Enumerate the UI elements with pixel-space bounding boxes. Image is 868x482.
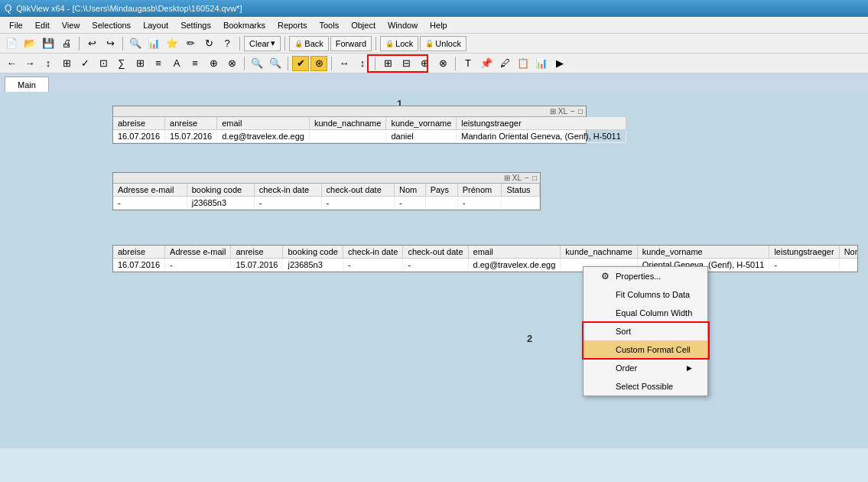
tb2-22[interactable]: ⊕ bbox=[416, 56, 433, 71]
tb2-18[interactable]: ↔ bbox=[336, 56, 353, 71]
clear-button[interactable]: Clear ▾ bbox=[244, 36, 281, 51]
tb-edit[interactable]: ✏ bbox=[182, 36, 199, 51]
menu-selections[interactable]: Selections bbox=[86, 19, 137, 31]
col-pays[interactable]: Pays bbox=[425, 184, 457, 197]
tb2-24[interactable]: T bbox=[460, 56, 476, 71]
tb2-23[interactable]: ⊗ bbox=[434, 56, 451, 71]
tb2-9[interactable]: ≡ bbox=[150, 56, 167, 71]
col3-leistung[interactable]: leistungstraeger bbox=[769, 246, 839, 259]
col3-adresse[interactable]: Adresse e-mail bbox=[165, 246, 231, 259]
unlock-button[interactable]: 🔓 Unlock bbox=[420, 36, 467, 51]
tb2-29[interactable]: ▶ bbox=[551, 56, 568, 71]
tb-find[interactable]: 🔍 bbox=[127, 36, 144, 51]
col3-email[interactable]: email bbox=[468, 246, 561, 259]
menu-layout[interactable]: Layout bbox=[137, 19, 174, 31]
lock-button[interactable]: 🔒 Lock bbox=[380, 36, 418, 51]
tb2-10[interactable]: A bbox=[168, 56, 185, 71]
back-button[interactable]: 🔒 Back bbox=[289, 36, 328, 51]
col-anreise[interactable]: anreise bbox=[165, 117, 217, 130]
col-prenom[interactable]: Prénom bbox=[457, 184, 502, 197]
tb2-28[interactable]: 📊 bbox=[533, 56, 550, 71]
tb-undo[interactable]: ↩ bbox=[83, 36, 100, 51]
col3-anreise[interactable]: anreise bbox=[231, 246, 283, 259]
menu-edit[interactable]: Edit bbox=[29, 19, 56, 31]
tb-star[interactable]: ⭐ bbox=[164, 36, 180, 51]
tb2-5[interactable]: ✓ bbox=[76, 56, 93, 71]
menu-bookmarks[interactable]: Bookmarks bbox=[217, 19, 271, 31]
col-status[interactable]: Status bbox=[502, 184, 540, 197]
tb2-13[interactable]: ⊗ bbox=[223, 56, 240, 71]
tb2-27[interactable]: 📋 bbox=[515, 56, 532, 71]
col3-checkin[interactable]: check-in date bbox=[343, 246, 402, 259]
tb2-19[interactable]: ↕ bbox=[354, 56, 371, 71]
col3-checkout[interactable]: check-out date bbox=[403, 246, 468, 259]
col-booking[interactable]: booking code bbox=[187, 184, 254, 197]
tb2-12[interactable]: ⊕ bbox=[205, 56, 222, 71]
tb-refresh[interactable]: ↻ bbox=[200, 36, 217, 51]
tb2-11[interactable]: ≡ bbox=[187, 56, 203, 71]
col3-booking[interactable]: booking code bbox=[283, 246, 343, 259]
menu-help[interactable]: Help bbox=[424, 19, 454, 31]
tb2-14[interactable]: 🔍 bbox=[249, 56, 265, 71]
col3-vorname[interactable]: kunde_vorname bbox=[637, 246, 769, 259]
menu-reports[interactable]: Reports bbox=[271, 19, 314, 31]
tb2-3[interactable]: ↕ bbox=[40, 56, 57, 71]
col-checkout[interactable]: check-out date bbox=[321, 184, 394, 197]
tab-main[interactable]: Main bbox=[5, 77, 49, 92]
tb2-17[interactable]: ⊛ bbox=[310, 56, 327, 71]
tb-redo[interactable]: ↪ bbox=[102, 36, 119, 51]
menu-file[interactable]: File bbox=[3, 19, 29, 31]
context-menu-custom-format[interactable]: Custom Format Cell bbox=[584, 340, 707, 359]
table-2-xl[interactable]: ⊞ XL bbox=[504, 174, 522, 182]
tb2-7[interactable]: ∑ bbox=[113, 56, 130, 71]
tb2-1[interactable]: ← bbox=[3, 56, 20, 71]
menu-settings[interactable]: Settings bbox=[174, 19, 217, 31]
col-adresse[interactable]: Adresse e-mail bbox=[113, 184, 187, 197]
tb2-2[interactable]: → bbox=[21, 56, 38, 71]
tb2-8[interactable]: ⊞ bbox=[132, 56, 148, 71]
tb-open[interactable]: 📂 bbox=[21, 36, 38, 51]
col3-nachname[interactable]: kunde_nachname bbox=[561, 246, 637, 259]
table-2-maximize[interactable]: □ bbox=[532, 174, 537, 182]
context-menu-sort[interactable]: Sort bbox=[584, 322, 707, 340]
col-email[interactable]: email bbox=[217, 117, 310, 130]
col-kunde-nachname[interactable]: kunde_nachname bbox=[309, 117, 385, 130]
context-menu: ⚙ Properties... Fit Columns to Data Equa… bbox=[583, 266, 708, 396]
tb-chart[interactable]: 📊 bbox=[145, 36, 162, 51]
context-menu-select-possible[interactable]: Select Possible bbox=[584, 377, 707, 396]
tb-help[interactable]: ? bbox=[219, 36, 236, 51]
menu-view[interactable]: View bbox=[56, 19, 86, 31]
clear-dropdown-icon[interactable]: ▾ bbox=[271, 38, 275, 48]
tb2-26[interactable]: 🖊 bbox=[496, 56, 513, 71]
tb2-21[interactable]: ⊟ bbox=[398, 56, 414, 71]
context-menu-properties[interactable]: ⚙ Properties... bbox=[584, 267, 707, 285]
forward-button[interactable]: Forward bbox=[330, 36, 372, 51]
table-1-maximize[interactable]: □ bbox=[578, 107, 583, 116]
context-menu-order[interactable]: Order bbox=[584, 359, 707, 377]
properties-icon: ⚙ bbox=[599, 270, 611, 282]
tb2-6[interactable]: ⊡ bbox=[95, 56, 112, 71]
context-menu-fit-columns[interactable]: Fit Columns to Data bbox=[584, 285, 707, 304]
menu-window[interactable]: Window bbox=[382, 19, 424, 31]
col-kunde-vorname[interactable]: kunde_vorname bbox=[386, 117, 457, 130]
menu-tools[interactable]: Tools bbox=[313, 19, 345, 31]
col3-nom[interactable]: Nom bbox=[839, 246, 858, 259]
col3-abreise[interactable]: abreise bbox=[113, 246, 165, 259]
context-menu-equal-column[interactable]: Equal Column Width bbox=[584, 304, 707, 322]
tb2-4[interactable]: ⊞ bbox=[58, 56, 75, 71]
tb2-16[interactable]: ✔ bbox=[292, 56, 309, 71]
col-nom[interactable]: Nom bbox=[395, 184, 426, 197]
tb-new[interactable]: 📄 bbox=[3, 36, 20, 51]
tb-save[interactable]: 💾 bbox=[40, 36, 57, 51]
tb-print[interactable]: 🖨 bbox=[58, 36, 75, 51]
tb2-25[interactable]: 📌 bbox=[478, 56, 495, 71]
tb2-15[interactable]: 🔍 bbox=[267, 56, 284, 71]
table-2-minimize[interactable]: − bbox=[525, 174, 529, 182]
table-1-xl[interactable]: ⊞ XL bbox=[550, 107, 567, 116]
tb2-20[interactable]: ⊞ bbox=[379, 56, 396, 71]
col-checkin[interactable]: check-in date bbox=[254, 184, 321, 197]
col-abreise[interactable]: abreise bbox=[113, 117, 165, 130]
menu-object[interactable]: Object bbox=[345, 19, 382, 31]
col-leistungstraeger[interactable]: leistungstraeger bbox=[457, 117, 626, 130]
table-1-minimize[interactable]: − bbox=[571, 107, 575, 116]
